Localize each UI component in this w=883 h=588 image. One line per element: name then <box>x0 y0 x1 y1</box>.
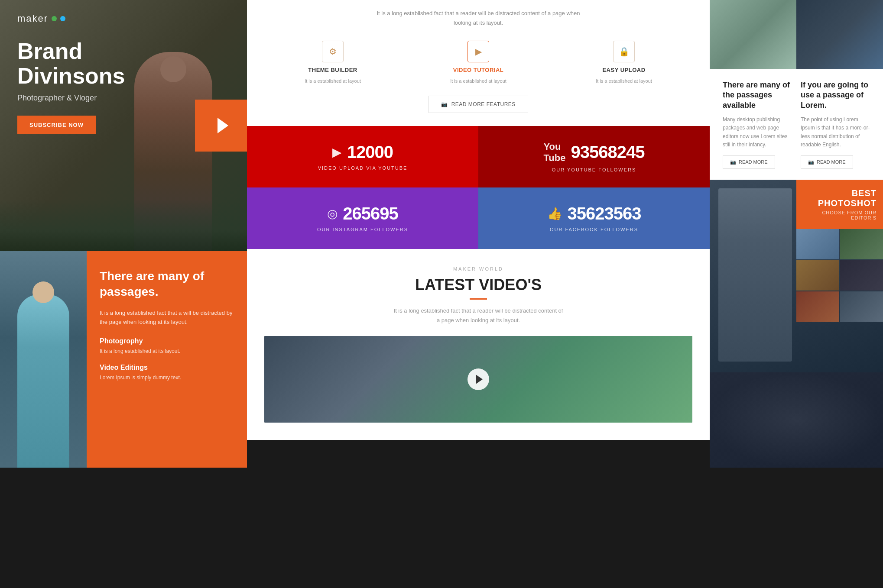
latest-videos-section: MAKER WORLD LATEST VIDEO'S It is a long … <box>247 249 710 440</box>
stat-instagram: ◎ 265695 OUR INSTAGRAM FOLLOWERS <box>247 187 478 249</box>
bl-title: There are many of passages. <box>100 268 234 300</box>
play-icon <box>218 118 228 133</box>
feature-item-theme: ⚙ THEME BUILDER It is a established at l… <box>264 41 401 85</box>
woman-figure <box>9 273 78 468</box>
bl-feature-1: Photogrophy It is a long established at … <box>100 337 234 355</box>
hero-title: Brand Divinsons <box>17 39 125 88</box>
photoshot-title: BEST PHOTOSHOT <box>803 188 877 208</box>
hero-content: Brand Divinsons Photographer & Vloger SU… <box>17 39 125 134</box>
camera-icon-article-2: 📷 <box>808 159 814 165</box>
photoshot-subtitle: CHOOSE FROM OUR EDITOR'S <box>803 210 877 220</box>
photoshot-grid <box>796 229 883 322</box>
hero-subtitle: Photographer & Vloger <box>17 94 125 103</box>
video-tutorial-icon: ▶ <box>467 41 489 62</box>
easy-upload-icon: 🔒 <box>613 41 635 62</box>
stat-youtube-uploads: ▶ 12000 VIDEO UPLOAD VIA YOUTUBE <box>247 126 478 187</box>
feature-title-theme: THEME BUILDER <box>308 67 357 73</box>
articles-section: There are many of the passages available… <box>710 69 883 180</box>
photoshot-header: BEST PHOTOSHOT CHOOSE FROM OUR EDITOR'S <box>796 180 883 229</box>
stats-section: ▶ 12000 VIDEO UPLOAD VIA YOUTUBE YouTube… <box>247 126 710 249</box>
bl-feature-desc-1: It is a long established at its layout. <box>100 347 234 355</box>
theme-builder-icon: ⚙ <box>322 41 344 62</box>
instagram-icon: ◎ <box>327 207 338 221</box>
feature-title-video: VIDEO TUTORIAL <box>453 67 504 73</box>
bottom-left-image <box>0 251 87 468</box>
read-more-features-button[interactable]: 📷 READ MORE FEATURES <box>429 96 528 113</box>
feature-item-video: ▶ VIDEO TUTORIAL It is a established at … <box>410 41 547 85</box>
article-item-1: There are many of the passages available… <box>723 80 792 169</box>
bl-desc: It is a long established fact that a wil… <box>100 309 234 327</box>
logo-dot-green <box>52 16 57 21</box>
photoshot-img-6[interactable] <box>840 291 883 322</box>
hero-section: maker Brand Divinsons Photographer & Vlo… <box>0 0 247 251</box>
article-desc-2: The point of using Lorem Ipsum is that i… <box>801 116 870 149</box>
photoshot-img-4[interactable] <box>840 260 883 291</box>
stat-number-1: 12000 <box>347 142 393 162</box>
photoshot-img-1[interactable] <box>796 229 839 259</box>
feature-title-upload: EASY UPLOAD <box>602 67 645 73</box>
article-title-2: If you are going to use a passage of Lor… <box>801 80 870 110</box>
photoshot-img-5[interactable] <box>796 291 839 322</box>
article-desc-1: Many desktop publishing packages and web… <box>723 116 792 149</box>
camera-icon-article-1: 📷 <box>730 159 736 165</box>
bottom-right-dark <box>710 372 883 468</box>
youtube-icon-1: ▶ <box>332 145 342 159</box>
photoshot-img-2[interactable] <box>840 229 883 259</box>
camera-icon: 📷 <box>441 101 448 107</box>
feature-desc-video: It is a established at layout <box>450 78 506 85</box>
logo-text: maker <box>17 13 48 24</box>
article-read-btn-2[interactable]: 📷 READ MORE <box>801 155 853 169</box>
stat-facebook: 👍 35623563 OUR FACEBOOK FOLLOWERS <box>478 187 710 249</box>
climber-figure <box>710 180 796 372</box>
play-button[interactable] <box>195 100 247 152</box>
right-image-2 <box>796 0 883 69</box>
video-thumbnail[interactable] <box>264 336 692 423</box>
photoshot-content: BEST PHOTOSHOT CHOOSE FROM OUR EDITOR'S <box>796 180 883 372</box>
stat-label-2: OUR YOUTUBE FOLLOWERS <box>552 167 636 172</box>
youtube-icon-2: YouTube <box>544 141 566 164</box>
stat-label-3: OUR INSTAGRAM FOLLOWERS <box>317 227 408 232</box>
stat-number-2: 93568245 <box>571 142 644 162</box>
bl-feature-2: Video Editings Lorem Ipsum is simply dum… <box>100 364 234 381</box>
stat-label-4: OUR FACEBOOK FOLLOWERS <box>550 227 638 232</box>
stat-youtube-followers: YouTube 93568245 OUR YOUTUBE FOLLOWERS <box>478 126 710 187</box>
right-images-top <box>710 0 883 69</box>
article-title-1: There are many of the passages available <box>723 80 792 110</box>
stat-number-4: 35623563 <box>568 204 641 223</box>
section-eyebrow: MAKER WORLD <box>264 266 692 271</box>
bottom-left-section: There are many of passages. It is a long… <box>0 251 247 468</box>
bl-feature-title-2: Video Editings <box>100 364 234 372</box>
features-intro: It is a long established fact that a rea… <box>370 9 587 28</box>
bl-feature-title-1: Photogrophy <box>100 337 234 345</box>
logo-dot-blue <box>60 16 65 21</box>
feature-desc-theme: It is a established at layout <box>305 78 361 85</box>
stat-label-1: VIDEO UPLOAD VIA YOUTUBE <box>318 165 408 171</box>
stat-number-row-4: 👍 35623563 <box>547 204 641 223</box>
bl-feature-desc-2: Lorem Ipsum is simply dummy text. <box>100 374 234 381</box>
article-read-btn-1[interactable]: 📷 READ MORE <box>723 155 775 169</box>
hero-logo: maker <box>17 13 65 24</box>
video-play-icon <box>476 375 483 384</box>
stat-number-row-1: ▶ 12000 <box>332 142 393 162</box>
features-section: It is a long established fact that a rea… <box>247 0 710 126</box>
feature-desc-upload: It is a established at layout <box>596 78 652 85</box>
right-image-1 <box>710 0 796 69</box>
subscribe-button[interactable]: SUBSCRIBE NOW <box>17 116 96 134</box>
article-item-2: If you are going to use a passage of Lor… <box>801 80 870 169</box>
section-divider <box>470 298 487 300</box>
stat-number-row-2: YouTube 93568245 <box>544 141 645 164</box>
section-title: LATEST VIDEO'S <box>264 276 692 294</box>
stat-number-3: 265695 <box>343 204 398 223</box>
features-grid: ⚙ THEME BUILDER It is a established at l… <box>264 41 692 85</box>
feature-item-upload: 🔒 EASY UPLOAD It is a established at lay… <box>555 41 692 85</box>
stat-number-row-3: ◎ 265695 <box>327 204 398 223</box>
facebook-icon: 👍 <box>547 207 562 221</box>
photoshot-img-3[interactable] <box>796 260 839 291</box>
section-desc: It is a long established fact that a rea… <box>392 306 565 325</box>
bottom-left-content: There are many of passages. It is a long… <box>87 251 247 468</box>
photoshot-section: BEST PHOTOSHOT CHOOSE FROM OUR EDITOR'S <box>710 180 883 372</box>
video-play-button[interactable] <box>467 368 489 390</box>
